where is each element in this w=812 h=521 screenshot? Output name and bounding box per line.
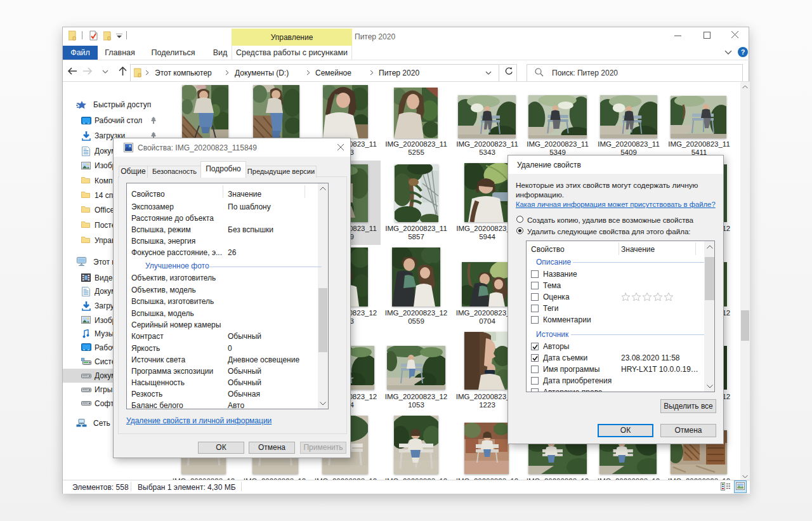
svg-text:?: ? xyxy=(741,48,745,56)
